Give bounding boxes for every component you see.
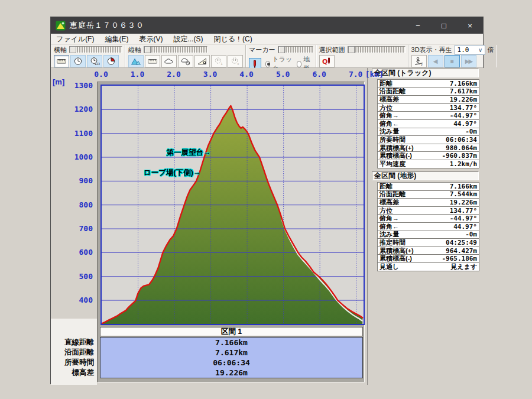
- stat-value: -44.97°: [450, 112, 477, 119]
- stat-value: 06:06:34: [446, 136, 477, 144]
- stats-row: 見通し 見えます: [377, 262, 479, 271]
- stat-value: 19.226m: [450, 199, 477, 206]
- stat-value: 964.427m: [446, 247, 477, 255]
- angle-icon: [197, 57, 207, 66]
- ruler-icon: [147, 57, 158, 66]
- section-header: 区間 1: [100, 327, 363, 336]
- xaxis-scale-slider[interactable]: [69, 46, 122, 53]
- stats-row: 方位 134.77°: [377, 103, 479, 112]
- menu-item[interactable]: 閉じる！(C): [208, 34, 257, 44]
- stat-value: 134.77°: [450, 207, 477, 215]
- statistics-panel: 全区間 (トラック) 距離 7.166km 沿面距離 7.617km 標高差 1…: [367, 68, 484, 385]
- profile-annotation: 第一展望台→: [167, 148, 211, 158]
- yaxis-speed-button[interactable]: [161, 55, 177, 67]
- svg-text:1: 1: [221, 62, 223, 66]
- stop-button[interactable]: ■: [445, 55, 460, 67]
- stats-row: 沈み量 -0m: [377, 128, 479, 137]
- stat-value: 44.97°: [453, 120, 477, 128]
- menu-item[interactable]: 編集(E): [99, 34, 134, 44]
- marker-pen-icon: [249, 60, 260, 69]
- app-icon: [56, 21, 66, 31]
- xaxis-time-number-button[interactable]: 123: [87, 55, 102, 67]
- svg-text:123: 123: [95, 62, 100, 66]
- stat-value: 04:25:49: [446, 239, 477, 246]
- x-tick-label: 1.0: [126, 70, 150, 79]
- stats-row: 累積標高(-) -960.837m: [377, 151, 479, 160]
- yaxis-scale-slider[interactable]: [144, 46, 207, 53]
- window-title: 恵庭岳１７０６３０: [70, 20, 144, 31]
- desktop: { "window": { "title": "恵庭岳１７０６３０", "con…: [0, 0, 532, 399]
- yaxis-slope-button[interactable]: [194, 55, 210, 67]
- x-tick-label: 5.0: [271, 70, 295, 79]
- walkthrough-3d-button[interactable]: 0: [411, 55, 427, 67]
- yaxis-speed-time-button[interactable]: [178, 55, 193, 67]
- toolbar-group-marker: マーカー トラック 地形: [246, 45, 316, 67]
- app-window: 恵庭岳１７０６３０ − □ × ファイル(F)編集(E)表示(V)設定...(S…: [50, 17, 484, 384]
- stat-label: 平均速度: [379, 160, 406, 168]
- section-label: 所要時間: [51, 358, 97, 368]
- cloud-icon: [164, 57, 174, 66]
- minimize-button[interactable]: −: [405, 17, 431, 34]
- track-stats-table: 距離 7.166km 沿面距離 7.617km 標高差 19.226m 方位 1…: [377, 80, 479, 168]
- marker-slider[interactable]: [278, 46, 313, 53]
- x-tick-label: 7.0: [344, 70, 368, 79]
- elevation-profile-plot[interactable]: 第一展望台→ロープ場(下側)→: [100, 85, 365, 325]
- yaxis-group-label: 縦軸: [128, 46, 141, 54]
- xaxis-time-pie-button[interactable]: [103, 55, 119, 67]
- stats-row: 方位 134.77°: [377, 206, 479, 215]
- section-values-table: 7.166km7.617km06:06:3419.226m: [100, 337, 363, 378]
- stat-value: 19.226m: [450, 96, 477, 103]
- toolbar-group-yaxis: 縦軸 1: [125, 45, 246, 67]
- section-value: 19.226m: [100, 368, 362, 378]
- x-axis-unit-label: [km]: [365, 70, 389, 79]
- section-label: 沿面距離: [51, 348, 97, 358]
- chevron-down-icon: ∨: [476, 47, 485, 53]
- section-value: 7.617km: [100, 348, 362, 358]
- x-tick-label: 0.0: [89, 70, 113, 79]
- menu-item[interactable]: 設定...(S): [168, 34, 208, 44]
- yaxis-plug1-button[interactable]: 1: [211, 55, 226, 67]
- stat-value: -0m: [465, 231, 477, 238]
- playback-speed-value: 1.0: [455, 46, 476, 54]
- stats-row: 俯角→ -44.97°: [377, 111, 479, 120]
- chart-area: [m] 0.01.02.03.04.05.06.07.0[km] 1300120…: [51, 68, 367, 385]
- stat-value: 134.77°: [450, 104, 477, 112]
- xaxis-time-button[interactable]: [70, 55, 86, 67]
- yaxis-plug2-button[interactable]: x: [228, 55, 243, 67]
- stat-value: 980.064m: [446, 144, 477, 152]
- terrain-stats-header: 全区間 (地形): [372, 171, 479, 180]
- stat-value: -960.837m: [442, 152, 477, 160]
- selection-group-label: 選択範囲: [319, 46, 345, 54]
- q-pen-icon: Q: [322, 57, 332, 66]
- selection-marker-button[interactable]: Q: [319, 55, 335, 67]
- close-button[interactable]: ×: [457, 17, 483, 34]
- stat-label: 見通し: [379, 262, 399, 271]
- stat-value: -0m: [465, 128, 477, 135]
- x-tick-label: 3.0: [199, 70, 222, 79]
- play-button[interactable]: ▶▶: [461, 55, 476, 67]
- svg-text:x: x: [238, 62, 239, 66]
- playback-speed-select[interactable]: 1.0 ∨: [455, 45, 485, 55]
- stat-value: 1.2km/h: [450, 160, 477, 168]
- toolbar-group-xaxis: 横軸 123: [51, 45, 125, 67]
- selection-slider[interactable]: [348, 46, 406, 53]
- maximize-button[interactable]: □: [431, 17, 457, 34]
- y-tick-label: 900: [79, 176, 93, 185]
- rewind-button[interactable]: ◀: [428, 55, 443, 67]
- stats-row: 沿面距離 7.544km: [377, 190, 479, 199]
- playback-speed-unit: 倍: [488, 46, 494, 54]
- stats-row: 平均速度 1.2km/h: [377, 160, 479, 168]
- yaxis-elevation-button[interactable]: [128, 55, 144, 67]
- playback-group-label: 3D表示・再生: [411, 46, 452, 54]
- xaxis-distance-button[interactable]: [54, 55, 69, 67]
- menu-item[interactable]: ファイル(F): [51, 34, 99, 44]
- marker-group-label: マーカー: [249, 46, 275, 54]
- y-tick-label: 1000: [74, 153, 93, 161]
- title-bar[interactable]: 恵庭岳１７０６３０ − □ ×: [51, 17, 483, 34]
- menu-item[interactable]: 表示(V): [134, 34, 168, 44]
- x-axis-labels: 0.01.02.03.04.05.06.07.0[km]: [51, 70, 367, 79]
- section-value: 06:06:34: [100, 358, 362, 368]
- graph-panel: 第一展望台→ロープ場(下側)→ 区間 1 7.166km7.617km06:06…: [97, 82, 365, 382]
- radio-dot-icon: [265, 61, 271, 67]
- yaxis-distance-button[interactable]: [145, 55, 160, 67]
